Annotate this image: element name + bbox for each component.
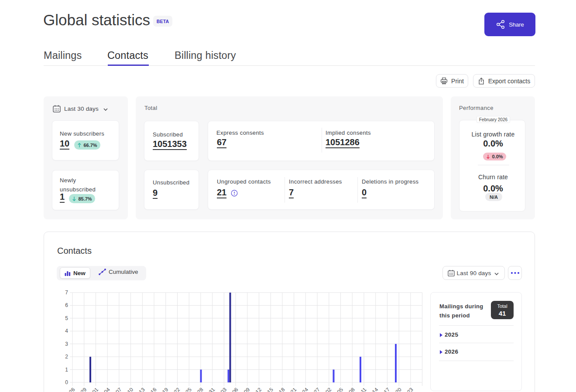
svg-text:26: 26 xyxy=(68,386,76,392)
svg-text:31: 31 xyxy=(208,386,216,392)
svg-text:4: 4 xyxy=(65,328,68,334)
svg-text:06: 06 xyxy=(231,386,240,392)
svg-text:08: 08 xyxy=(348,386,357,392)
svg-text:02: 02 xyxy=(324,386,333,392)
svg-text:09: 09 xyxy=(243,386,251,392)
svg-text:14: 14 xyxy=(371,386,380,392)
svg-text:13: 13 xyxy=(138,386,147,392)
svg-text:7: 7 xyxy=(65,290,68,296)
svg-text:1: 1 xyxy=(65,367,68,373)
svg-text:12: 12 xyxy=(254,386,263,392)
svg-text:5: 5 xyxy=(65,315,68,321)
svg-text:23: 23 xyxy=(406,386,415,392)
svg-text:04: 04 xyxy=(103,386,111,392)
svg-text:01: 01 xyxy=(91,386,100,392)
svg-text:15: 15 xyxy=(266,386,275,392)
svg-text:03: 03 xyxy=(219,386,228,392)
svg-text:6: 6 xyxy=(65,302,68,308)
svg-text:05: 05 xyxy=(336,386,345,392)
svg-text:20: 20 xyxy=(394,386,403,392)
svg-text:28: 28 xyxy=(196,386,205,392)
svg-text:07: 07 xyxy=(114,386,123,392)
svg-text:3: 3 xyxy=(65,341,68,347)
svg-text:24: 24 xyxy=(301,386,310,392)
svg-text:27: 27 xyxy=(312,386,321,392)
svg-text:10: 10 xyxy=(126,386,135,392)
svg-text:17: 17 xyxy=(383,386,391,392)
svg-text:22: 22 xyxy=(173,386,182,392)
svg-text:29: 29 xyxy=(79,386,88,392)
svg-text:19: 19 xyxy=(161,386,170,392)
svg-text:0: 0 xyxy=(65,379,68,385)
svg-text:25: 25 xyxy=(184,386,193,392)
svg-text:18: 18 xyxy=(278,386,286,392)
svg-text:21: 21 xyxy=(289,386,298,392)
svg-text:2: 2 xyxy=(65,354,68,360)
svg-text:11: 11 xyxy=(360,386,368,392)
svg-text:16: 16 xyxy=(149,386,158,392)
